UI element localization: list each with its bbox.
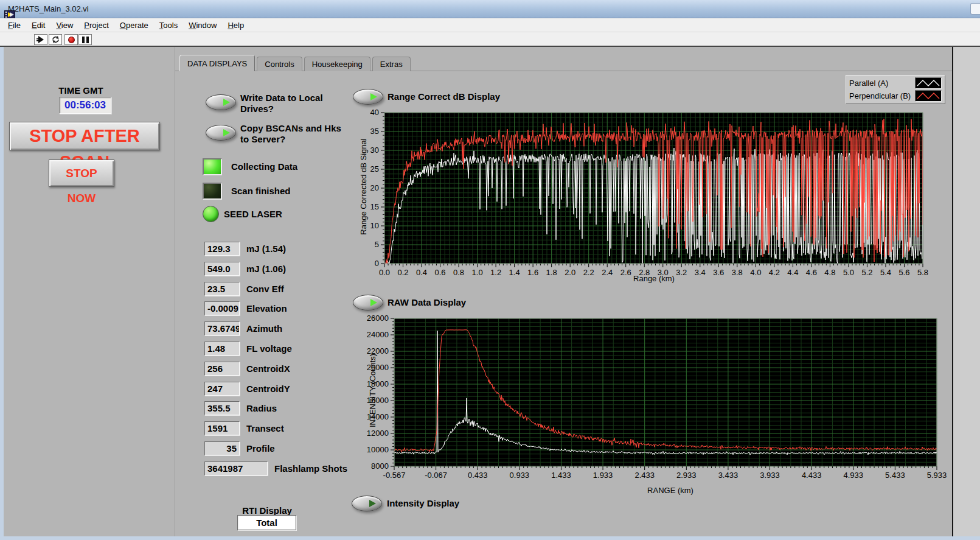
intensity-display-label: Intensity Display — [387, 498, 459, 509]
x-tick-label: 1.933 — [593, 471, 613, 480]
x-tick-label: 0.8 — [453, 268, 464, 277]
stop-now-button[interactable]: STOP NOW — [49, 160, 114, 187]
indicator-value-azimuth: 73.6749 — [204, 321, 240, 335]
run-continuous-button[interactable] — [49, 34, 62, 45]
indicator-value-flashlamp-shots: 3641987 — [204, 461, 268, 475]
y-tick-label: 8000 — [371, 461, 389, 471]
pause-button[interactable] — [78, 34, 92, 45]
indicator-column: 129.3mJ (1.54)549.0mJ (1.06)23.5Conv Eff… — [204, 242, 347, 482]
menu-operate[interactable]: Operate — [114, 19, 154, 31]
indicator-label-radius: Radius — [246, 403, 277, 413]
tab-data-displays[interactable]: DATA DISPLAYS — [179, 55, 255, 71]
indicator-label-transect: Transect — [246, 423, 284, 433]
indicator-label-conv-eff: Conv Eff — [246, 284, 284, 294]
x-tick-label: 0.933 — [510, 471, 530, 480]
time-gmt-display: 00:56:03 — [59, 97, 111, 114]
indicator-value-mj-1-06: 549.0 — [204, 262, 240, 276]
write-data-toggle[interactable] — [206, 94, 236, 110]
y-tick-label: 10 — [370, 221, 379, 230]
x-tick-label: 1.8 — [546, 268, 557, 277]
y-tick-label: 35 — [370, 127, 379, 136]
menu-file[interactable]: File — [2, 19, 26, 31]
x-tick-label: 2.433 — [634, 471, 655, 480]
indicator-label-azimuth: Azimuth — [246, 323, 282, 334]
x-tick-label: 1.4 — [509, 268, 520, 277]
panel-outside-area — [953, 47, 980, 536]
indicator-row-transect: 1591Transect — [204, 421, 347, 435]
y-tick-label: 10000 — [367, 445, 389, 454]
stop-after-scan-button[interactable]: STOP AFTER SCAN — [9, 122, 160, 150]
x-tick-label: 5.933 — [927, 471, 947, 480]
menu-edit[interactable]: Edit — [26, 19, 50, 31]
abort-button[interactable] — [64, 34, 78, 45]
legend-item-parallel-a[interactable]: Parallel (A) — [849, 77, 942, 89]
bottom-y-axis-label: INTENSITY (Counts) — [368, 339, 377, 443]
tab-strip: DATA DISPLAYSControlsHousekeepingExtras — [179, 55, 412, 71]
legend-swatch-parallel-a — [915, 77, 942, 89]
menu-project[interactable]: Project — [78, 19, 114, 31]
panel-right-border — [952, 47, 953, 536]
y-tick-label: 24000 — [367, 330, 389, 339]
write-data-label: Write Data to Local Drives? — [240, 93, 353, 114]
window-title: M2HATS_Main_3.02.vi — [8, 4, 89, 13]
time-gmt-label: TIME GMT — [35, 85, 127, 96]
x-tick-label: 4.2 — [769, 268, 780, 277]
copy-bscans-label: Copy BSCANs and Hks to Server? — [240, 123, 347, 145]
indicator-label-flashlamp-shots: Flashlamp Shots — [274, 463, 347, 474]
intensity-display-toggle[interactable] — [352, 496, 382, 511]
toolbar — [0, 32, 980, 47]
titlebar: M2HATS_Main_3.02.vi — [0, 0, 980, 18]
window-minimize-button[interactable] — [970, 3, 980, 15]
tab-housekeeping[interactable]: Housekeeping — [304, 57, 370, 71]
y-tick-label: 5 — [375, 240, 379, 249]
tab-extras[interactable]: Extras — [372, 57, 411, 71]
range-correct-db-toggle[interactable] — [353, 89, 383, 105]
menu-help[interactable]: Help — [222, 19, 249, 31]
indicator-value-elevation: -0.0009 — [204, 301, 240, 315]
app-window: M2HATS_Main_3.02.vi FileEditViewProjectO… — [0, 0, 980, 540]
indicator-value-mj-1-54: 129.3 — [204, 242, 240, 256]
rti-display-dropdown[interactable]: Total — [237, 515, 296, 530]
legend-swatch-perpendicular-b — [915, 90, 942, 102]
indicator-value-radius: 355.5 — [204, 401, 240, 415]
x-tick-label: 1.0 — [472, 268, 483, 277]
menu-window[interactable]: Window — [183, 19, 222, 31]
raw-data-graph: -0.567-0.0670.4330.9331.4331.9332.4332.9… — [344, 301, 952, 487]
x-tick-label: 0.6 — [435, 268, 446, 277]
y-tick-label: 20 — [370, 183, 379, 192]
range-correct-db-graph: 0.00.20.40.60.81.01.21.41.61.82.02.22.42… — [344, 103, 946, 281]
scan-finished-led — [203, 183, 222, 200]
x-tick-label: 5.8 — [917, 268, 928, 277]
indicator-row-conv-eff: 23.5Conv Eff — [204, 282, 347, 296]
window-frame-left — [0, 47, 4, 540]
collecting-data-led — [203, 158, 222, 175]
x-tick-label: 0.433 — [468, 471, 488, 480]
x-tick-label: 1.6 — [527, 268, 538, 277]
x-tick-label: 0.0 — [379, 268, 390, 277]
legend-item-perpendicular-b[interactable]: Perpendicular (B) — [849, 89, 942, 102]
menu-view[interactable]: View — [50, 19, 78, 31]
menu-tools[interactable]: Tools — [154, 19, 183, 31]
collecting-data-label: Collecting Data — [231, 161, 297, 172]
y-tick-label: 40 — [370, 108, 379, 117]
indicator-value-centroidy: 247 — [204, 382, 240, 396]
menu-bar: FileEditViewProjectOperateToolsWindowHel… — [0, 18, 980, 32]
x-tick-label: 1.2 — [490, 268, 501, 277]
tab-controls[interactable]: Controls — [257, 57, 302, 71]
scan-finished-label: Scan finished — [231, 186, 291, 197]
indicator-row-profile: 35Profile — [204, 441, 347, 455]
indicator-value-fl-voltage: 1.48 — [204, 342, 240, 356]
copy-bscans-toggle[interactable] — [206, 125, 236, 141]
window-frame-bottom — [0, 536, 980, 540]
x-tick-label: 2.2 — [583, 268, 594, 277]
x-tick-label: 5.2 — [861, 268, 872, 277]
indicator-row-centroidy: 247CentroidY — [204, 382, 347, 396]
plot-legend: Parallel (A)Perpendicular (B) — [846, 75, 945, 104]
x-tick-label: 4.6 — [806, 268, 817, 277]
range-correct-db-label: Range Correct dB Display — [387, 91, 500, 102]
run-button[interactable] — [34, 34, 47, 45]
x-tick-label: 3.6 — [713, 268, 724, 277]
indicator-label-mj-1-06: mJ (1.06) — [246, 264, 286, 274]
x-tick-label: 4.933 — [843, 471, 863, 480]
indicator-row-mj-1-06: 549.0mJ (1.06) — [204, 262, 347, 276]
